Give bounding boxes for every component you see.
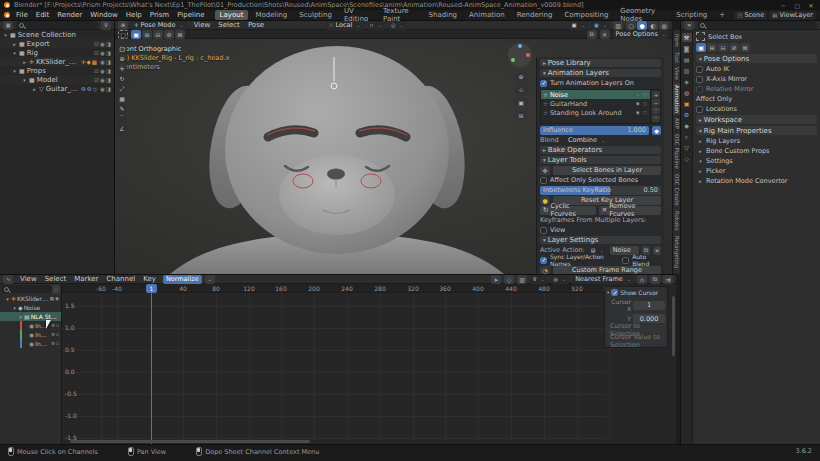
layer-list-button[interactable]: + bbox=[652, 91, 660, 98]
axis-x-handle[interactable] bbox=[526, 53, 530, 57]
clock-icon[interactable]: ◔ bbox=[540, 266, 550, 275]
shading-rendered-button[interactable]: ◍ bbox=[659, 21, 669, 30]
tool-button[interactable]: ∠ bbox=[117, 124, 127, 133]
outliner-filter-icon[interactable]: ∇ bbox=[101, 21, 111, 30]
maximize-button[interactable]: ▢ bbox=[792, 2, 802, 9]
horizontal-scrollbar[interactable] bbox=[70, 440, 310, 443]
graph-menu-item[interactable]: Marker bbox=[70, 275, 102, 283]
collapse-arrow-icon[interactable]: ▾ bbox=[607, 290, 609, 295]
channel-label[interactable]: Noise bbox=[24, 304, 59, 311]
outliner-row[interactable]: ▸ ▦ Export ☑◉◨ bbox=[0, 39, 114, 48]
graph-menu-item[interactable]: Select bbox=[41, 275, 71, 283]
outliner-visibility-toggles[interactable]: ◉◨ bbox=[100, 86, 112, 92]
select-mode-button[interactable]: ⊟ bbox=[153, 30, 163, 39]
rig-subpanel-header[interactable]: ▸ Picker bbox=[698, 167, 817, 175]
properties-tab[interactable]: ◇ bbox=[682, 154, 692, 163]
channel-label[interactable]: Influence (GuitarHand) bbox=[35, 331, 50, 338]
navigation-gizmo[interactable] bbox=[508, 43, 532, 67]
relative-mirror-checkbox[interactable] bbox=[696, 86, 703, 93]
viewport-menu-item[interactable]: View bbox=[190, 21, 215, 29]
tool-button[interactable]: ▦ bbox=[117, 94, 127, 103]
view-layer-selector[interactable]: ▤ViewLayer bbox=[769, 11, 816, 20]
x-axis-mirror-checkbox[interactable] bbox=[696, 76, 703, 83]
expand-arrow-icon[interactable]: ▸ bbox=[12, 41, 17, 47]
zoom-button[interactable]: ⊕ bbox=[514, 71, 528, 82]
show-cursor-checkbox[interactable] bbox=[611, 289, 618, 296]
workspace-tab[interactable]: Scripting bbox=[671, 10, 712, 20]
bone-icon[interactable]: ✜ bbox=[540, 166, 550, 175]
cursor-x-field[interactable]: 1 bbox=[633, 301, 665, 310]
auto-ik-checkbox[interactable] bbox=[696, 66, 703, 73]
tool-button[interactable]: ✎ bbox=[117, 104, 127, 113]
outliner-visibility-toggles[interactable]: ☑◉◨ bbox=[94, 77, 112, 83]
tool-mode-button[interactable]: ▣ bbox=[696, 43, 706, 52]
rig-main-panel-header[interactable]: Rig Main Properties bbox=[696, 126, 817, 135]
properties-tab[interactable]: ⌗ bbox=[682, 132, 692, 141]
animation-layers-panel-header[interactable]: Animation Layers bbox=[540, 69, 661, 77]
tool-button[interactable]: ⤢ bbox=[117, 84, 127, 93]
view-checkbox[interactable] bbox=[540, 227, 547, 234]
graph-menu-item[interactable]: Channel bbox=[102, 275, 139, 283]
tool-button[interactable]: ✛ bbox=[117, 64, 127, 73]
outliner-row[interactable]: ▾ ▦ Scene Collection bbox=[0, 30, 114, 39]
outliner-editor-type-icon[interactable]: ▦ bbox=[3, 21, 13, 30]
layer-list-button[interactable]: − bbox=[652, 99, 660, 106]
frame-ruler[interactable]: -60-404080120160200240280320360400440480… bbox=[0, 284, 606, 293]
channel-row[interactable]: ◉ Influence (Noise) ⚙▫ bbox=[0, 339, 61, 348]
channel-toggles[interactable]: ⚙▫ bbox=[51, 341, 60, 346]
tool-button[interactable]: ↻ bbox=[117, 74, 127, 83]
select-mode-button[interactable]: ⊞ bbox=[142, 30, 152, 39]
channel-label[interactable]: NLA Strip Controls bbox=[31, 313, 59, 320]
layer-row-icons[interactable]: ⌄ ○ bbox=[636, 92, 648, 97]
outliner-row[interactable]: ▾ ▦ Props ☑◉◨ bbox=[0, 66, 114, 75]
outliner-item-label[interactable]: Model bbox=[37, 76, 90, 84]
proportional-edit-dropdown[interactable]: ◎ bbox=[388, 21, 407, 30]
outliner-visibility-toggles[interactable]: ◉◨ bbox=[100, 59, 112, 65]
filter-dropdown[interactable]: ∇ bbox=[530, 275, 548, 284]
outliner-item-label[interactable]: KKSlider_Rig - L bbox=[36, 58, 79, 66]
overlays-dropdown[interactable]: ◉ bbox=[591, 21, 610, 30]
tool-mode-button[interactable]: ⊠ bbox=[740, 43, 750, 52]
workspace-tab[interactable]: Shading bbox=[424, 10, 462, 20]
outliner-item-label[interactable]: Scene Collection bbox=[18, 31, 108, 39]
graph-body[interactable]: -60-404080120160200240280320360400440480… bbox=[0, 284, 676, 444]
layer-name[interactable]: GuitarHand bbox=[550, 100, 634, 108]
expand-arrow-icon[interactable]: ▾ bbox=[22, 77, 27, 83]
tool-button[interactable]: ▢ bbox=[117, 44, 127, 53]
properties-tab[interactable]: ▣ bbox=[682, 99, 692, 108]
workspace-tab[interactable]: + bbox=[714, 10, 730, 20]
normalize-button[interactable]: Normalize bbox=[163, 275, 202, 284]
shading-material-button[interactable]: ◐ bbox=[648, 21, 658, 30]
select-mode-button[interactable]: ▣ bbox=[131, 30, 141, 39]
properties-tab[interactable]: ▤ bbox=[682, 55, 692, 64]
layer-name[interactable]: Noise bbox=[550, 91, 634, 99]
snap-mode-dropdown[interactable]: Nearest Frame bbox=[572, 275, 634, 284]
tool-mode-button[interactable]: ⊞ bbox=[707, 43, 717, 52]
menu-item[interactable]: Render bbox=[53, 11, 86, 19]
expand-arrow-icon[interactable]: ▾ bbox=[12, 50, 17, 56]
cursor-value-to-selection-button[interactable]: Cursor Value to Selection bbox=[607, 336, 665, 345]
expand-arrow-icon[interactable]: ▾ bbox=[3, 32, 8, 38]
vertical-scrollbar[interactable] bbox=[672, 296, 675, 356]
outliner-search-input[interactable] bbox=[16, 21, 98, 29]
menu-item[interactable]: File bbox=[12, 11, 32, 19]
blender-menu-icon[interactable] bbox=[4, 12, 10, 18]
channel-row[interactable]: ▾ ◆ Noise bbox=[0, 303, 61, 312]
properties-tab[interactable]: ◆ bbox=[682, 121, 692, 130]
sync-checkbox[interactable] bbox=[540, 257, 547, 264]
playhead-line[interactable] bbox=[151, 292, 152, 444]
workspace-panel-header[interactable]: Workspace bbox=[696, 115, 817, 124]
influence-keyframe-button[interactable]: ◆ bbox=[652, 126, 661, 135]
properties-tab[interactable]: ⚙ bbox=[682, 110, 692, 119]
camera-view-button[interactable]: ▣ bbox=[514, 97, 528, 108]
paste-keys-icon[interactable]: ⇉ bbox=[663, 275, 673, 284]
layer-row[interactable]: ☆ GuitarHand ◉ ○ bbox=[541, 99, 650, 108]
viewport-canvas[interactable]: Front Orthographic (1) KKSlider_Rig - L_… bbox=[115, 39, 672, 274]
properties-tab[interactable]: ◙ bbox=[682, 44, 692, 53]
layer-row[interactable]: ☆ Noise ⌄ ○ bbox=[541, 90, 650, 99]
workspace-tab[interactable]: Sculpting bbox=[294, 10, 337, 20]
menu-item[interactable]: Pipeline bbox=[173, 11, 208, 19]
normalize-options-icon[interactable]: ⌄ bbox=[205, 275, 215, 284]
layer-tools-panel-header[interactable]: Layer Tools bbox=[540, 156, 661, 164]
channel-label[interactable]: KKSlider_Rig - L_rig bbox=[17, 295, 49, 302]
